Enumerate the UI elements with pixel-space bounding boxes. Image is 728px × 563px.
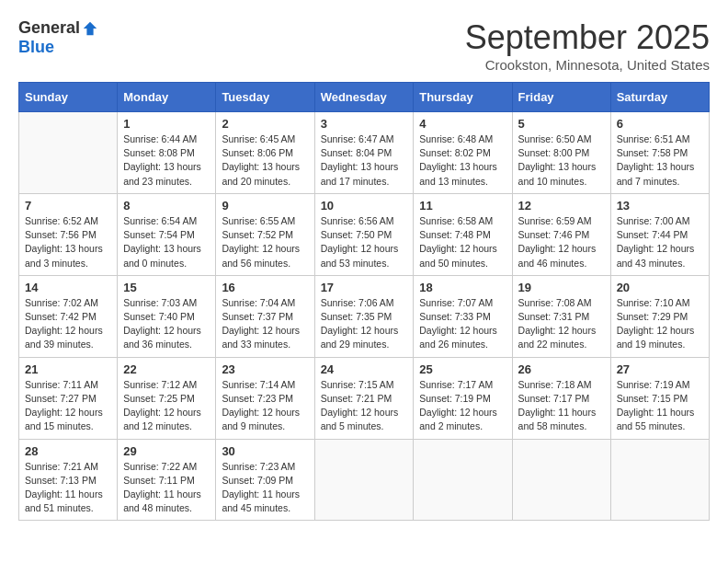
day-info: Sunrise: 7:06 AMSunset: 7:35 PMDaylight:…	[321, 296, 408, 352]
day-info: Sunrise: 6:52 AMSunset: 7:56 PMDaylight:…	[25, 214, 111, 270]
day-info: Sunrise: 7:07 AMSunset: 7:33 PMDaylight:…	[419, 296, 506, 352]
day-number: 12	[518, 199, 605, 213]
calendar-cell: 10Sunrise: 6:56 AMSunset: 7:50 PMDayligh…	[314, 193, 414, 275]
svg-marker-0	[84, 21, 97, 34]
calendar-cell: 18Sunrise: 7:07 AMSunset: 7:33 PMDayligh…	[414, 275, 512, 357]
calendar-cell	[314, 439, 414, 521]
calendar-cell: 4Sunrise: 6:48 AMSunset: 8:02 PMDaylight…	[414, 112, 512, 194]
day-number: 20	[617, 281, 703, 294]
day-number: 18	[419, 281, 506, 294]
day-info: Sunrise: 7:23 AMSunset: 7:09 PMDaylight:…	[222, 460, 308, 516]
day-info: Sunrise: 7:22 AMSunset: 7:11 PMDaylight:…	[123, 460, 210, 516]
day-number: 2	[222, 117, 308, 131]
calendar-cell: 22Sunrise: 7:12 AMSunset: 7:25 PMDayligh…	[118, 357, 216, 439]
calendar-cell: 25Sunrise: 7:17 AMSunset: 7:19 PMDayligh…	[414, 357, 512, 439]
day-info: Sunrise: 6:48 AMSunset: 8:02 PMDaylight:…	[419, 132, 506, 189]
day-info: Sunrise: 6:50 AMSunset: 8:00 PMDaylight:…	[518, 132, 605, 189]
title-section: September 2025 Crookston, Minnesota, Uni…	[465, 18, 710, 73]
day-info: Sunrise: 7:04 AMSunset: 7:37 PMDaylight:…	[222, 296, 308, 352]
day-number: 14	[25, 281, 111, 294]
day-number: 6	[617, 117, 703, 131]
calendar-cell: 2Sunrise: 6:45 AMSunset: 8:06 PMDaylight…	[216, 112, 314, 194]
day-info: Sunrise: 6:51 AMSunset: 7:58 PMDaylight:…	[617, 132, 703, 189]
calendar-cell: 14Sunrise: 7:02 AMSunset: 7:42 PMDayligh…	[19, 275, 118, 357]
header-tuesday: Tuesday	[216, 83, 314, 112]
logo-icon	[82, 20, 98, 37]
day-info: Sunrise: 6:44 AMSunset: 8:08 PMDaylight:…	[123, 132, 210, 189]
day-info: Sunrise: 7:14 AMSunset: 7:23 PMDaylight:…	[222, 378, 308, 434]
day-number: 5	[518, 117, 605, 131]
logo-blue: Blue	[18, 38, 54, 57]
day-info: Sunrise: 6:59 AMSunset: 7:46 PMDaylight:…	[518, 214, 605, 270]
header-friday: Friday	[512, 83, 610, 112]
day-info: Sunrise: 7:21 AMSunset: 7:13 PMDaylight:…	[25, 460, 111, 516]
calendar-week-4: 21Sunrise: 7:11 AMSunset: 7:27 PMDayligh…	[19, 357, 710, 439]
calendar-cell: 30Sunrise: 7:23 AMSunset: 7:09 PMDayligh…	[216, 439, 314, 521]
day-info: Sunrise: 7:19 AMSunset: 7:15 PMDaylight:…	[617, 378, 703, 434]
day-number: 3	[321, 117, 408, 131]
day-info: Sunrise: 6:54 AMSunset: 7:54 PMDaylight:…	[123, 214, 210, 270]
calendar-cell: 29Sunrise: 7:22 AMSunset: 7:11 PMDayligh…	[118, 439, 216, 521]
calendar-cell: 6Sunrise: 6:51 AMSunset: 7:58 PMDaylight…	[610, 112, 709, 194]
day-number: 29	[123, 444, 210, 458]
calendar-header-row: SundayMondayTuesdayWednesdayThursdayFrid…	[19, 83, 710, 112]
calendar-cell: 12Sunrise: 6:59 AMSunset: 7:46 PMDayligh…	[512, 193, 610, 275]
header-wednesday: Wednesday	[314, 83, 414, 112]
day-number: 17	[321, 281, 408, 294]
calendar-week-5: 28Sunrise: 7:21 AMSunset: 7:13 PMDayligh…	[19, 439, 710, 521]
header-saturday: Saturday	[610, 83, 709, 112]
logo: General Blue	[18, 18, 98, 57]
day-number: 1	[123, 117, 210, 131]
day-number: 28	[25, 444, 111, 458]
calendar-cell	[610, 439, 709, 521]
day-number: 9	[222, 199, 308, 213]
day-number: 22	[123, 362, 210, 376]
calendar-cell: 23Sunrise: 7:14 AMSunset: 7:23 PMDayligh…	[216, 357, 314, 439]
day-number: 26	[518, 362, 605, 376]
day-number: 15	[123, 281, 210, 294]
calendar-cell: 16Sunrise: 7:04 AMSunset: 7:37 PMDayligh…	[216, 275, 314, 357]
calendar-cell: 9Sunrise: 6:55 AMSunset: 7:52 PMDaylight…	[216, 193, 314, 275]
day-info: Sunrise: 7:15 AMSunset: 7:21 PMDaylight:…	[321, 378, 408, 434]
location: Crookston, Minnesota, United States	[465, 57, 710, 73]
day-number: 4	[419, 117, 506, 131]
day-info: Sunrise: 6:47 AMSunset: 8:04 PMDaylight:…	[321, 132, 408, 189]
day-info: Sunrise: 7:10 AMSunset: 7:29 PMDaylight:…	[617, 296, 703, 352]
day-info: Sunrise: 6:55 AMSunset: 7:52 PMDaylight:…	[222, 214, 308, 270]
month-title: September 2025	[465, 18, 710, 57]
day-info: Sunrise: 7:12 AMSunset: 7:25 PMDaylight:…	[123, 378, 210, 434]
day-info: Sunrise: 7:02 AMSunset: 7:42 PMDaylight:…	[25, 296, 111, 352]
calendar-cell	[414, 439, 512, 521]
day-number: 19	[518, 281, 605, 294]
day-number: 8	[123, 199, 210, 213]
day-number: 11	[419, 199, 506, 213]
day-info: Sunrise: 7:17 AMSunset: 7:19 PMDaylight:…	[419, 378, 506, 434]
calendar-cell: 1Sunrise: 6:44 AMSunset: 8:08 PMDaylight…	[118, 112, 216, 194]
calendar-cell: 26Sunrise: 7:18 AMSunset: 7:17 PMDayligh…	[512, 357, 610, 439]
calendar-cell: 27Sunrise: 7:19 AMSunset: 7:15 PMDayligh…	[610, 357, 709, 439]
header-monday: Monday	[118, 83, 216, 112]
calendar-cell: 21Sunrise: 7:11 AMSunset: 7:27 PMDayligh…	[19, 357, 118, 439]
calendar-cell: 19Sunrise: 7:08 AMSunset: 7:31 PMDayligh…	[512, 275, 610, 357]
calendar-cell	[512, 439, 610, 521]
header-sunday: Sunday	[19, 83, 118, 112]
header-thursday: Thursday	[414, 83, 512, 112]
calendar-cell: 17Sunrise: 7:06 AMSunset: 7:35 PMDayligh…	[314, 275, 414, 357]
day-info: Sunrise: 7:00 AMSunset: 7:44 PMDaylight:…	[617, 214, 703, 270]
day-number: 16	[222, 281, 308, 294]
day-info: Sunrise: 6:58 AMSunset: 7:48 PMDaylight:…	[419, 214, 506, 270]
calendar-cell: 3Sunrise: 6:47 AMSunset: 8:04 PMDaylight…	[314, 112, 414, 194]
calendar-cell: 11Sunrise: 6:58 AMSunset: 7:48 PMDayligh…	[414, 193, 512, 275]
day-info: Sunrise: 6:56 AMSunset: 7:50 PMDaylight:…	[321, 214, 408, 270]
calendar-cell: 13Sunrise: 7:00 AMSunset: 7:44 PMDayligh…	[610, 193, 709, 275]
calendar-week-2: 7Sunrise: 6:52 AMSunset: 7:56 PMDaylight…	[19, 193, 710, 275]
calendar-cell	[19, 112, 118, 194]
day-number: 23	[222, 362, 308, 376]
day-number: 30	[222, 444, 308, 458]
day-number: 13	[617, 199, 703, 213]
day-info: Sunrise: 7:08 AMSunset: 7:31 PMDaylight:…	[518, 296, 605, 352]
day-info: Sunrise: 6:45 AMSunset: 8:06 PMDaylight:…	[222, 132, 308, 189]
calendar-cell: 15Sunrise: 7:03 AMSunset: 7:40 PMDayligh…	[118, 275, 216, 357]
calendar-cell: 5Sunrise: 6:50 AMSunset: 8:00 PMDaylight…	[512, 112, 610, 194]
calendar-cell: 7Sunrise: 6:52 AMSunset: 7:56 PMDaylight…	[19, 193, 118, 275]
